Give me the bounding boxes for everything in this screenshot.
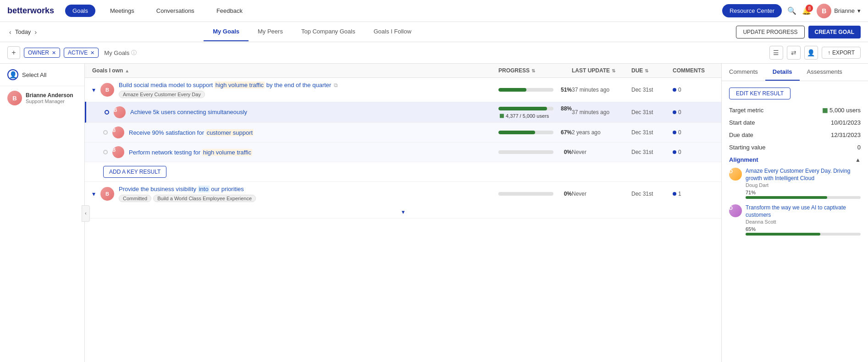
alignment-item-1: D Amaze Every Customer Every Day. Drivin… xyxy=(729,168,861,199)
goal-tags-2: Committed Build a World Class Employee E… xyxy=(119,194,498,202)
kr-due-2: Dec 31st xyxy=(631,129,673,136)
kr-row-1: B Achieve 5k users connecting simultaneo… xyxy=(85,102,721,123)
scroll-indicator: ▾ xyxy=(85,206,721,218)
due-date-label: Due date xyxy=(729,132,753,138)
detail-tab-assessments[interactable]: Assessments xyxy=(800,64,850,81)
goal-title-wrapper-2: Provide the business visibility into our… xyxy=(119,186,498,202)
export-button[interactable]: ↑ EXPORT xyxy=(822,47,861,59)
resource-center-button[interactable]: Resource Center xyxy=(722,4,782,17)
select-all-label: Select All xyxy=(22,71,46,78)
kr-avatar-1: B xyxy=(114,106,126,118)
due-date-1: Dec 31st xyxy=(631,87,673,93)
kr-last-update-2: 2 years ago xyxy=(572,129,631,136)
last-update-2: Never xyxy=(572,191,631,197)
add-kr-row: ADD A KEY RESULT xyxy=(85,162,721,181)
kr-comments-2: 0 xyxy=(673,129,714,136)
alignment-item-2: D Transform the way we use AI to captiva… xyxy=(729,204,861,236)
kr-dot-3 xyxy=(103,150,108,154)
active-filter-chip[interactable]: ACTIVE ✕ xyxy=(64,48,99,58)
owner-filter-label: OWNER xyxy=(28,49,49,56)
tag-chip-build-world[interactable]: Build a World Class Employee Experience xyxy=(153,195,256,202)
progress-wrap-2: 0% xyxy=(498,191,572,197)
due-sort-icon: ⇅ xyxy=(645,68,648,73)
second-nav: ‹ Today › My Goals My Peers Top Company … xyxy=(0,22,868,42)
sidebar-collapse-button[interactable]: ‹ xyxy=(82,205,90,222)
kr-main-3[interactable]: B Perform network testing for high volum… xyxy=(85,143,721,162)
notification-button[interactable]: 🔔 8 xyxy=(802,6,811,15)
add-key-result-button[interactable]: ADD A KEY RESULT xyxy=(103,166,166,178)
edit-key-result-button[interactable]: EDIT KEY RESULT xyxy=(729,88,791,99)
person-icon: 👤 xyxy=(9,71,17,78)
goal-title-wrapper-1: Build social media model to support high… xyxy=(119,82,498,98)
kr-main-2[interactable]: B Receive 90% satisfaction for customer … xyxy=(85,123,721,142)
user-menu[interactable]: B Brianne ▾ xyxy=(817,4,861,18)
update-progress-button[interactable]: UPDATE PROGRESS xyxy=(736,26,804,38)
nav-meetings[interactable]: Meetings xyxy=(103,5,142,17)
kr-progress-wrap-1: 88% ▦ 4,377 / 5,000 users xyxy=(498,105,572,119)
kr-main-1[interactable]: B Achieve 5k users connecting simultaneo… xyxy=(86,102,721,122)
notification-badge: 8 xyxy=(806,5,813,12)
kr-comments-3: 0 xyxy=(673,149,714,155)
kr-dot-2 xyxy=(103,130,108,135)
tag-chip-1[interactable]: Amaze Every Customer Every Day xyxy=(119,91,205,98)
nav-goals[interactable]: Goals xyxy=(65,5,95,17)
start-date-value: 10/01/2023 xyxy=(831,119,861,126)
goal-main-row-2[interactable]: ▾ B Provide the business visibility into… xyxy=(85,182,721,206)
tab-goals-i-follow[interactable]: Goals I Follow xyxy=(365,22,420,41)
person-view-button[interactable]: 👤 xyxy=(804,46,818,60)
col-goal-header[interactable]: Goals I own ▲ xyxy=(92,67,498,74)
target-metric-label: Target metric xyxy=(729,107,763,114)
kr-title-1: Achieve 5k users connecting simultaneous… xyxy=(130,109,498,115)
detail-tabs: Comments Details Assessments xyxy=(722,64,868,81)
goal-avatar-1: B xyxy=(100,83,114,97)
alignment-title-1[interactable]: Amaze Every Customer Every Day. Driving … xyxy=(746,168,861,182)
expand-icon-1[interactable]: ▾ xyxy=(92,86,100,93)
detail-tab-comments[interactable]: Comments xyxy=(722,64,765,81)
progress-sort-icon: ⇅ xyxy=(531,68,535,73)
list-view-button[interactable]: ☰ xyxy=(769,46,783,60)
select-all-row[interactable]: 👤 Select All xyxy=(0,64,84,86)
goal-title-2: Provide the business visibility into our… xyxy=(119,186,498,192)
tab-my-peers[interactable]: My Peers xyxy=(249,22,292,41)
alignment-chevron[interactable]: ▲ xyxy=(855,157,861,163)
alignment-progress-2: 65% xyxy=(746,226,861,236)
today-label[interactable]: Today xyxy=(15,28,31,35)
col-comments-header: COMMENTS xyxy=(673,67,714,74)
owner-filter-remove[interactable]: ✕ xyxy=(52,50,56,56)
alignment-title-2[interactable]: Transform the way we use AI to captivate… xyxy=(746,204,861,219)
active-filter-remove[interactable]: ✕ xyxy=(90,50,94,56)
add-filter-button[interactable]: + xyxy=(7,46,20,59)
copy-icon-1[interactable]: ⧉ xyxy=(334,82,338,88)
progress-pct-1: 51% xyxy=(556,87,572,93)
goal-main-row-1[interactable]: ▾ B Build social media model to support … xyxy=(85,78,721,102)
col-progress-header[interactable]: PROGRESS ⇅ xyxy=(498,67,572,74)
create-goal-button[interactable]: CREATE GOAL xyxy=(808,26,861,38)
tab-my-goals[interactable]: My Goals xyxy=(204,22,249,41)
owner-filter-chip[interactable]: OWNER ✕ xyxy=(24,48,60,58)
tree-view-button[interactable]: ⇄ xyxy=(787,46,801,60)
col-lastupdate-header[interactable]: LAST UPDATE ⇅ xyxy=(572,67,631,74)
kr-title-3: Perform network testing for high volume … xyxy=(129,149,498,156)
expand-icon-2[interactable]: ▾ xyxy=(92,190,100,197)
comments-1: 0 xyxy=(673,87,714,93)
nav-feedback[interactable]: Feedback xyxy=(209,5,250,17)
user-dropdown-icon: ▾ xyxy=(857,7,861,14)
search-icon[interactable]: 🔍 xyxy=(787,6,796,15)
kr-comments-1: 0 xyxy=(673,109,714,115)
progress-fill-1 xyxy=(498,88,526,92)
goal-row: ▾ B Build social media model to support … xyxy=(85,78,721,182)
prev-arrow[interactable]: ‹ xyxy=(7,27,13,37)
starting-value-label: Starting value xyxy=(729,144,766,151)
nav-conversations[interactable]: Conversations xyxy=(149,5,202,17)
start-date-row: Start date 10/01/2023 xyxy=(729,119,861,126)
next-arrow[interactable]: › xyxy=(33,27,39,37)
tag-chip-committed[interactable]: Committed xyxy=(119,195,151,202)
alignment-avatar-1: D xyxy=(729,168,742,181)
alignment-avatar-2: D xyxy=(729,204,742,217)
progress-bar-1 xyxy=(498,88,553,92)
sidebar-user-row[interactable]: B Brianne Anderson Support Manager xyxy=(0,86,84,110)
tab-top-company-goals[interactable]: Top Company Goals xyxy=(292,22,365,41)
detail-tab-details[interactable]: Details xyxy=(765,64,800,81)
col-due-header[interactable]: DUE ⇅ xyxy=(631,67,673,74)
info-icon[interactable]: ⓘ xyxy=(131,49,137,57)
